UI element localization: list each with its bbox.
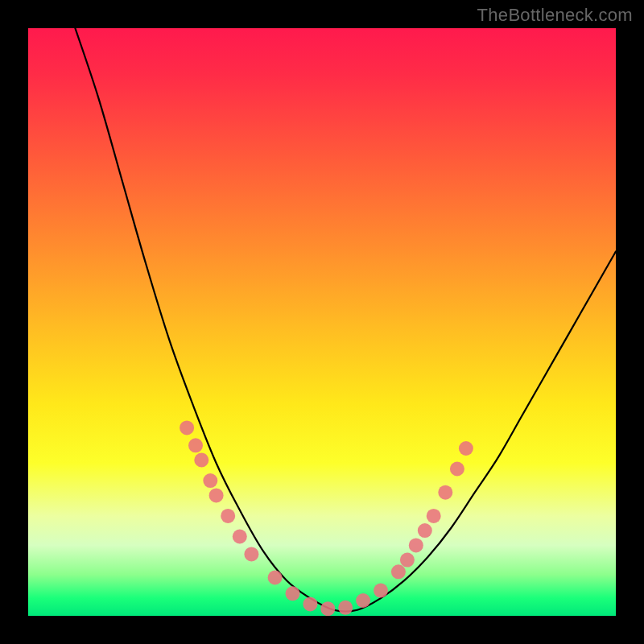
data-marker xyxy=(427,509,441,523)
data-marker xyxy=(418,523,432,538)
data-marker xyxy=(438,485,452,500)
watermark-text: TheBottleneck.com xyxy=(477,5,633,26)
data-marker xyxy=(180,420,194,435)
data-marker xyxy=(286,586,300,601)
data-marker xyxy=(188,438,203,452)
data-marker xyxy=(338,601,353,615)
data-marker xyxy=(320,601,335,616)
curve-svg xyxy=(28,28,616,616)
data-marker xyxy=(244,547,258,561)
data-marker xyxy=(400,553,415,568)
plot-area xyxy=(28,28,616,616)
data-marker xyxy=(391,564,406,579)
data-marker xyxy=(450,462,464,477)
data-marker xyxy=(233,530,247,544)
chart-stage: TheBottleneck.com xyxy=(0,0,644,644)
data-marker xyxy=(303,597,317,611)
bottleneck-curve-path xyxy=(75,28,616,612)
data-marker xyxy=(374,584,388,598)
data-marker xyxy=(221,509,235,523)
marker-group xyxy=(180,420,473,616)
data-marker xyxy=(194,453,208,468)
data-marker xyxy=(409,538,423,552)
data-marker xyxy=(203,473,217,488)
data-marker xyxy=(356,593,370,608)
data-marker xyxy=(459,441,473,456)
data-marker xyxy=(268,571,283,585)
data-marker xyxy=(209,488,224,502)
